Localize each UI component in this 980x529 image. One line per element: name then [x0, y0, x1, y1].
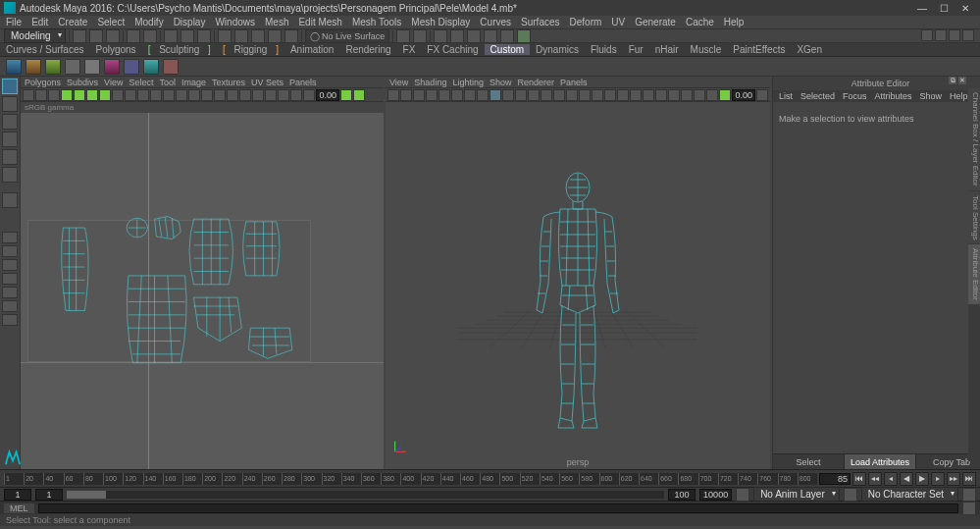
tab-fx-caching[interactable]: FX Caching	[421, 44, 484, 55]
snap-live-icon[interactable]	[284, 29, 298, 43]
open-scene-icon[interactable]	[89, 29, 103, 43]
play-fwd-button[interactable]: ▶	[915, 472, 929, 486]
shelf-icon-3[interactable]	[45, 59, 61, 75]
uv-menu-view[interactable]: View	[104, 78, 123, 87]
uvt-7[interactable]	[137, 89, 149, 101]
pt-exp4[interactable]	[655, 89, 667, 101]
uvt-toggle-a[interactable]	[340, 89, 352, 101]
sel-hierarchy-icon[interactable]	[164, 29, 178, 43]
menu-select[interactable]: Select	[93, 17, 129, 27]
uvt-soft-value[interactable]: 0.00	[316, 89, 339, 101]
layout-two-stack[interactable]	[2, 273, 18, 285]
uvt-grid[interactable]	[201, 89, 213, 101]
ae-help[interactable]: Help	[950, 91, 968, 101]
range-start-out[interactable]: 1	[4, 489, 31, 501]
persp-viewport[interactable]: persp	[386, 102, 770, 469]
layout-hypershade[interactable]	[2, 300, 18, 312]
pt-exp3[interactable]	[643, 89, 654, 101]
uvt-shaded[interactable]	[278, 89, 289, 101]
uvt-wireframe[interactable]	[290, 89, 302, 101]
pm-show[interactable]: Show	[490, 78, 512, 87]
uvt-arrow-r[interactable]	[163, 89, 175, 101]
ae-list[interactable]: List	[779, 91, 793, 101]
layout-four[interactable]	[2, 245, 18, 257]
pt-field-value[interactable]: 0.00	[732, 89, 755, 101]
pt-textured[interactable]	[541, 89, 552, 101]
ae-selected[interactable]: Selected	[800, 91, 835, 101]
uv-menu-uvsets[interactable]: UV Sets	[251, 78, 284, 87]
pt-exp5[interactable]	[668, 89, 680, 101]
pt-2d-pan[interactable]	[438, 89, 450, 101]
shelf-icon-4[interactable]	[65, 59, 80, 75]
play-back-button[interactable]: ◀	[900, 472, 913, 486]
layout-persp-graph[interactable]	[2, 314, 18, 326]
pt-resolution-gate[interactable]	[490, 89, 501, 101]
anim-layer-dropdown[interactable]: No Anim Layer	[753, 487, 840, 502]
pt-lock-camera[interactable]	[400, 89, 412, 101]
undo-icon[interactable]	[127, 29, 140, 43]
pt-exp8[interactable]	[706, 89, 718, 101]
ws-toggle-4[interactable]	[962, 29, 974, 41]
uvt-arrow-u[interactable]	[176, 89, 187, 101]
range-end-out[interactable]: 10000	[699, 489, 732, 501]
shelf-icon-8[interactable]	[143, 59, 159, 75]
scale-tool[interactable]	[2, 167, 18, 183]
uv-menu-subdivs[interactable]: Subdivs	[67, 78, 98, 87]
shelf-icon-6[interactable]	[104, 59, 120, 75]
side-toolsettings[interactable]: Tool Settings	[968, 191, 980, 244]
redo-icon[interactable]	[143, 29, 157, 43]
live-surface-field[interactable]: ◯ No Live Surface	[305, 29, 390, 43]
sel-component-icon[interactable]	[197, 29, 211, 43]
ae-attributes[interactable]: Attributes	[875, 91, 912, 101]
current-frame-field[interactable]: 85	[819, 473, 851, 485]
step-back-key-button[interactable]: ◂◂	[868, 472, 882, 486]
new-scene-icon[interactable]	[73, 29, 86, 43]
pm-lighting[interactable]: Lighting	[452, 78, 484, 87]
step-back-button[interactable]: ◂	[884, 472, 898, 486]
render-settings-icon[interactable]	[467, 29, 481, 43]
pt-wireframe[interactable]	[515, 89, 527, 101]
pt-exp2[interactable]	[630, 89, 642, 101]
close-button[interactable]: ✕	[954, 1, 976, 15]
shelf-icon-7[interactable]	[124, 59, 139, 75]
tab-painteffects[interactable]: PaintEffects	[727, 44, 791, 55]
menu-edit-mesh[interactable]: Edit Mesh	[294, 17, 345, 27]
uvt-5[interactable]	[112, 89, 124, 101]
rotate-tool[interactable]	[2, 149, 18, 165]
pt-image-plane[interactable]	[426, 89, 438, 101]
uvt-toggle-b[interactable]	[353, 89, 365, 101]
time-slider-track[interactable]: 1 20 40 60 80 100 120 140 160 180 200 22…	[4, 473, 817, 485]
pt-isolate[interactable]	[579, 89, 591, 101]
pt-lights[interactable]	[553, 89, 565, 101]
tab-fur[interactable]: Fur	[623, 44, 649, 55]
pt-xray[interactable]	[592, 89, 603, 101]
side-channelbox[interactable]: Channel Box / Layer Editor	[968, 88, 980, 190]
pt-shadows[interactable]	[566, 89, 578, 101]
maximize-button[interactable]: ☐	[933, 1, 954, 15]
range-end-in[interactable]: 100	[668, 489, 696, 501]
ae-select-btn[interactable]: Select	[773, 453, 845, 469]
uv-viewport[interactable]	[21, 113, 384, 469]
last-tool[interactable]	[2, 192, 18, 208]
select-tool[interactable]	[2, 79, 18, 94]
uvt-distortion[interactable]	[303, 89, 315, 101]
move-tool[interactable]	[2, 132, 18, 147]
pt-smooth-mesh[interactable]	[719, 89, 731, 101]
ws-toggle-2[interactable]	[935, 29, 947, 41]
uv-menu-polygons[interactable]: Polygons	[25, 78, 61, 87]
ae-popout-icon[interactable]: ⧉	[949, 77, 956, 84]
render-view-icon[interactable]	[500, 29, 514, 43]
go-start-button[interactable]: ⏮	[852, 472, 866, 486]
uvt-shell[interactable]	[227, 89, 238, 101]
uvt-isolate[interactable]	[239, 89, 251, 101]
side-attribute-editor[interactable]: Attribute Editor	[968, 244, 980, 304]
tab-rigging[interactable]: [ Rigging ]	[217, 44, 284, 55]
pm-renderer[interactable]: Renderer	[517, 78, 554, 87]
ae-focus[interactable]: Focus	[843, 91, 867, 101]
pt-bookmarks[interactable]	[413, 89, 425, 101]
pt-film-gate[interactable]	[477, 89, 489, 101]
minimize-button[interactable]: —	[911, 1, 933, 15]
pt-shaded[interactable]	[528, 89, 540, 101]
uv-menu-panels[interactable]: Panels	[289, 78, 317, 87]
uvt-flip-u[interactable]	[61, 89, 73, 101]
